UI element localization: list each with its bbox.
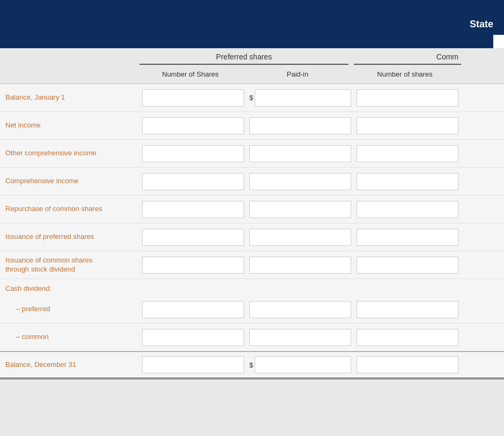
table-container: Preferred shares Comm Number of Shares P… xyxy=(0,48,504,379)
row-label-cash-dividend: Cash dividend: xyxy=(0,281,139,294)
row-label-cash-common: – common xyxy=(0,333,139,342)
table-body: Balance, January 1 $ Net income xyxy=(0,84,504,379)
row-label-repurchase: Repurchase of common shares xyxy=(0,205,139,214)
row-label-balance-dec: Balance, December 31 xyxy=(0,360,139,370)
row-label-balance-jan: Balance, January 1 xyxy=(0,93,139,102)
table-row: Comprehensive income xyxy=(0,168,504,196)
input-cell xyxy=(357,257,458,274)
table-row: Balance, January 1 $ xyxy=(0,84,504,112)
input-cell xyxy=(357,329,458,346)
issuance-pref-comm-shares[interactable] xyxy=(357,229,458,246)
header-title: State xyxy=(470,19,493,30)
input-cell xyxy=(249,173,351,190)
input-cell xyxy=(142,201,244,218)
comp-pref-paidin[interactable] xyxy=(249,173,351,190)
table-row: Net income xyxy=(0,112,504,140)
input-cell xyxy=(142,329,244,346)
cash-comm-comm-shares[interactable] xyxy=(357,329,458,346)
common-subhead-1: Number of shares xyxy=(354,70,456,78)
repurchase-comm-shares[interactable] xyxy=(357,201,458,218)
input-cell xyxy=(357,229,458,246)
balance-dec-pref-paidin[interactable] xyxy=(255,356,351,373)
table-row: Issuance of preferred shares xyxy=(0,223,504,251)
input-cell: $ xyxy=(249,356,351,373)
issuance-comm-comm-shares[interactable] xyxy=(357,257,458,274)
table-row: Other comprehensive income xyxy=(0,140,504,168)
other-comp-pref-paidin[interactable] xyxy=(249,145,351,162)
row-label-issuance-preferred: Issuance of preferred shares xyxy=(0,232,139,242)
table-row-balance-dec: Balance, December 31 $ xyxy=(0,351,504,379)
dollar-sign: $ xyxy=(249,94,253,102)
issuance-pref-pref-shares[interactable] xyxy=(142,229,244,246)
preferred-subhead-2: Paid-in xyxy=(247,70,349,78)
cash-dividend-header-row: Cash dividend: xyxy=(0,279,504,296)
preferred-group-label: Preferred shares xyxy=(139,52,349,65)
balance-jan-comm-shares[interactable] xyxy=(357,89,458,107)
preferred-subhead-1: Number of Shares xyxy=(139,70,241,78)
table-row: – preferred xyxy=(0,296,504,324)
input-cell xyxy=(357,117,458,134)
issuance-comm-pref-shares[interactable] xyxy=(142,257,244,274)
balance-jan-pref-shares[interactable] xyxy=(142,89,244,107)
cash-comm-pref-shares[interactable] xyxy=(142,329,244,346)
row-label-comprehensive: Comprehensive income xyxy=(0,177,139,186)
input-cell xyxy=(249,301,351,318)
header-bar: State xyxy=(0,0,504,48)
cash-pref-pref-paidin[interactable] xyxy=(249,301,351,318)
input-cell xyxy=(357,145,458,162)
cash-pref-comm-shares[interactable] xyxy=(357,301,458,318)
row-label-cash-preferred: – preferred xyxy=(0,305,139,314)
comp-pref-shares[interactable] xyxy=(142,173,244,190)
row-label-net-income: Net income xyxy=(0,121,139,130)
repurchase-pref-shares[interactable] xyxy=(142,201,244,218)
issuance-pref-pref-paidin[interactable] xyxy=(249,229,351,246)
cash-pref-pref-shares[interactable] xyxy=(142,301,244,318)
input-cell xyxy=(142,145,244,162)
input-cell xyxy=(357,301,458,318)
net-income-pref-paidin[interactable] xyxy=(249,117,351,134)
balance-jan-pref-paidin[interactable] xyxy=(255,89,351,107)
input-cell xyxy=(142,301,244,318)
input-cell xyxy=(142,117,244,134)
common-group-label: Comm xyxy=(354,52,461,65)
table-row: Issuance of common sharesthrough stock d… xyxy=(0,251,504,279)
top-label-row: Preferred shares Comm xyxy=(0,48,504,67)
input-cell: $ xyxy=(249,89,351,107)
net-income-comm-shares[interactable] xyxy=(357,117,458,134)
input-cell xyxy=(142,173,244,190)
input-cell xyxy=(357,89,458,107)
other-comp-pref-shares[interactable] xyxy=(142,145,244,162)
other-comp-comm-shares[interactable] xyxy=(357,145,458,162)
balance-dec-pref-shares[interactable] xyxy=(142,356,244,373)
input-cell xyxy=(249,117,351,134)
input-cell xyxy=(142,257,244,274)
issuance-comm-pref-paidin[interactable] xyxy=(249,257,351,274)
input-cell xyxy=(249,257,351,274)
input-cell xyxy=(357,201,458,218)
input-cell xyxy=(357,173,458,190)
input-cell xyxy=(142,89,244,107)
table-row: – common xyxy=(0,324,504,351)
input-cell xyxy=(249,229,351,246)
dollar-sign-dec: $ xyxy=(249,361,253,369)
gap xyxy=(349,52,354,65)
input-cell xyxy=(249,201,351,218)
row-label-issuance-common: Issuance of common sharesthrough stock d… xyxy=(0,256,139,274)
input-cell xyxy=(142,356,244,373)
input-cell xyxy=(249,329,351,346)
comp-comm-shares[interactable] xyxy=(357,173,458,190)
header-white-block xyxy=(493,35,504,48)
repurchase-pref-paidin[interactable] xyxy=(249,201,351,218)
input-cell xyxy=(142,229,244,246)
table-row: Repurchase of common shares xyxy=(0,196,504,223)
cash-comm-pref-paidin[interactable] xyxy=(249,329,351,346)
input-cell xyxy=(357,356,458,373)
balance-dec-comm-shares[interactable] xyxy=(357,356,458,373)
row-label-other-comprehensive: Other comprehensive income xyxy=(0,149,139,158)
net-income-pref-shares[interactable] xyxy=(142,117,244,134)
input-cell xyxy=(249,145,351,162)
subhead-row: Number of Shares Paid-in Number of share… xyxy=(0,67,504,84)
